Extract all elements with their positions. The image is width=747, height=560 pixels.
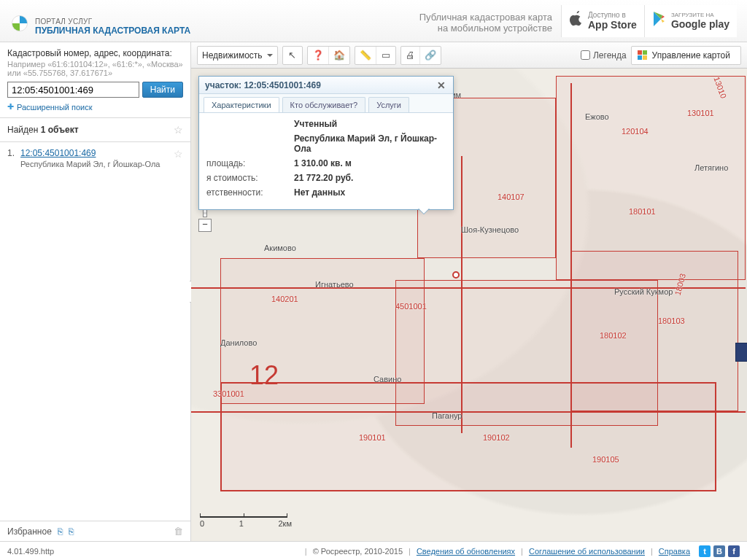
owner-label: етственности:	[206, 187, 294, 198]
slogan-text: Публичная кадастровая карта на мобильном…	[419, 12, 552, 34]
parcel-area: 1 310.00 кв. м	[294, 158, 446, 168]
cadastral-code: 190101	[359, 433, 386, 442]
portal-logo-icon	[10, 14, 29, 33]
cadastral-code: 4501001	[395, 302, 427, 311]
place-label: Паганур	[432, 411, 462, 420]
plus-icon: ✚	[7, 102, 14, 112]
cadastral-code: 130101	[687, 109, 714, 117]
region-number: 12	[249, 360, 279, 391]
help-link[interactable]: Справка	[659, 547, 690, 556]
share-link-button[interactable]: 🔗	[420, 47, 441, 64]
info-building-button[interactable]: 🏠	[329, 47, 349, 64]
search-hint: Например «61:6:10104:12», «61:6:*», «Мос…	[7, 60, 183, 77]
vk-icon[interactable]: B	[713, 545, 725, 557]
parcel-popup: участок: 12:05:4501001:469 ✕ Характерист…	[198, 76, 454, 210]
map-area: Недвижимость ↖ ❓ 🏠 📏 ▭ 🖨 🔗 Легенда	[191, 42, 747, 541]
favorites-bar: Избранное ⎘ ⎘ 🗑	[0, 521, 190, 541]
map-management-dropdown[interactable]: Управление картой	[631, 46, 741, 65]
place-label: Русский Кукмор	[614, 287, 673, 296]
tab-who-serves[interactable]: Кто обслуживает?	[282, 97, 366, 112]
page-title: ПУБЛИЧНАЯ КАДАСТРОВАЯ КАРТА	[35, 26, 190, 36]
legend-checkbox[interactable]: Легенда	[581, 50, 627, 61]
area-label: площадь:	[206, 158, 294, 168]
advanced-search-link[interactable]: ✚ Расширенный поиск	[7, 102, 93, 112]
result-id-link[interactable]: 12:05:4501001:469	[20, 148, 96, 158]
cadastral-code: 180101	[629, 207, 656, 216]
cadastral-code: 140201	[271, 295, 298, 303]
result-index: 1.	[7, 148, 15, 168]
place-label: Игнатьево	[315, 280, 354, 289]
appstore-badge[interactable]: Доступно в App Store	[561, 5, 644, 37]
place-label: Ежово	[585, 112, 609, 121]
copyright-label: © Росреестр, 2010-2015	[313, 547, 403, 556]
cost-label: я стоимость:	[206, 173, 294, 183]
cadastral-code: 140107	[498, 192, 525, 201]
star-icon[interactable]: ☆	[174, 124, 183, 136]
cadastral-code: 180103	[658, 316, 685, 325]
footer-bar: 4.01.499.http | © Росреестр, 2010-2015 |…	[0, 541, 747, 560]
place-label: Летягино	[694, 163, 728, 172]
results-header: Найден 1 объект ☆	[0, 118, 190, 142]
googleplay-icon	[652, 11, 667, 31]
chevron-down-icon	[267, 54, 273, 60]
portal-subtitle: ПОРТАЛ УСЛУГ	[35, 18, 190, 26]
apple-icon	[569, 11, 584, 31]
star-icon[interactable]: ☆	[174, 148, 183, 168]
result-address: Республика Марий Эл, г Йошкар-Ола	[20, 160, 168, 168]
export-excel-icon[interactable]: ⎘	[58, 526, 63, 537]
results-list: 1. 12:05:4501001:469 Республика Марий Эл…	[0, 142, 190, 521]
twitter-icon[interactable]: t	[699, 545, 711, 557]
parcel-status: Учтенный	[294, 119, 446, 129]
cadastral-code: 3301001	[213, 389, 244, 398]
updates-link[interactable]: Сведения об обновлениях	[417, 547, 515, 556]
favorites-label: Избранное	[7, 526, 52, 537]
place-label: Савино	[374, 375, 401, 384]
close-icon[interactable]: ✕	[436, 79, 447, 91]
grid-icon	[638, 50, 648, 61]
googleplay-badge[interactable]: ЗАГРУЗИТЕ НА Google play	[644, 5, 737, 37]
scale-bar: 0 1 2км	[200, 516, 292, 528]
map-pin-icon[interactable]	[452, 271, 460, 279]
place-label: Акимово	[264, 244, 296, 252]
place-label: Данилово	[220, 338, 257, 347]
header-bar: ПОРТАЛ УСЛУГ ПУБЛИЧНАЯ КАДАСТРОВАЯ КАРТА…	[0, 0, 747, 42]
layer-dropdown[interactable]: Недвижимость	[197, 46, 278, 65]
parcel-cost: 21 772.20 руб.	[294, 173, 446, 183]
sidebar: Кадастровый номер, адрес, координата: На…	[0, 42, 191, 541]
tab-characteristics[interactable]: Характеристики	[204, 97, 279, 112]
print-button[interactable]: 🖨	[401, 47, 420, 64]
measure-length-button[interactable]: 📏	[355, 47, 376, 64]
cadastral-code: 190105	[592, 455, 619, 464]
map-toolbar: Недвижимость ↖ ❓ 🏠 📏 ▭ 🖨 🔗 Легенда	[191, 42, 747, 69]
find-button[interactable]: Найти	[142, 82, 183, 98]
pointer-tool-button[interactable]: ↖	[283, 47, 302, 64]
popup-tabs: Характеристики Кто обслуживает? Услуги	[199, 94, 453, 113]
place-label: Шоя-Кузнецово	[461, 225, 519, 234]
brand-block: ПОРТАЛ УСЛУГ ПУБЛИЧНАЯ КАДАСТРОВАЯ КАРТА	[35, 18, 190, 36]
search-block: Кадастровый номер, адрес, координата: На…	[0, 42, 190, 118]
trash-icon[interactable]: 🗑	[174, 526, 183, 537]
popup-body: Учтенный Республика Марий Эл, г Йошкар-О…	[199, 113, 453, 209]
search-label: Кадастровый номер, адрес, координата:	[7, 48, 183, 58]
search-input[interactable]	[7, 82, 139, 98]
zoom-out-button[interactable]: −	[198, 219, 212, 232]
cadastral-code: 190102	[483, 433, 510, 442]
cadastral-code: 180102	[600, 331, 627, 340]
measure-area-button[interactable]: ▭	[376, 47, 395, 64]
facebook-icon[interactable]: f	[728, 545, 740, 557]
popup-header[interactable]: участок: 12:05:4501001:469 ✕	[199, 77, 453, 94]
parcel-ownership: Нет данных	[294, 187, 446, 198]
tab-services[interactable]: Услуги	[368, 97, 409, 112]
popup-tail-icon	[418, 208, 430, 219]
export-csv-icon[interactable]: ⎘	[69, 526, 74, 537]
result-item[interactable]: 1. 12:05:4501001:469 Республика Марий Эл…	[7, 148, 183, 168]
parcel-address: Республика Марий Эл, г Йошкар-Ола	[294, 133, 446, 154]
version-label: 4.01.499.http	[7, 547, 54, 556]
cadastral-code: 120104	[622, 127, 649, 136]
terms-link[interactable]: Соглашение об использовании	[529, 547, 645, 556]
right-float-widget[interactable]	[735, 343, 747, 362]
identify-button[interactable]: ❓	[308, 47, 329, 64]
